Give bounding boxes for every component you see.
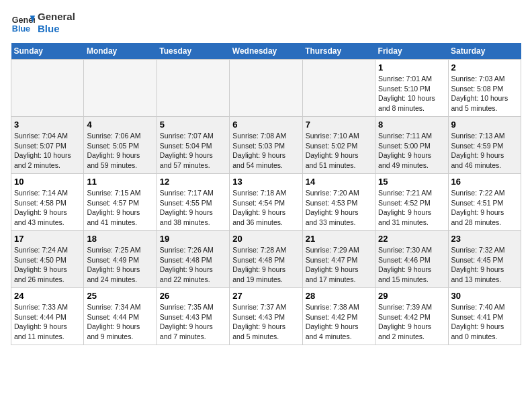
calendar-cell: [84, 60, 157, 117]
day-info: Sunrise: 7:11 AM Sunset: 5:00 PM Dayligh…: [378, 131, 445, 171]
day-info: Sunrise: 7:25 AM Sunset: 4:49 PM Dayligh…: [87, 245, 153, 285]
day-number: 2: [451, 62, 518, 73]
calendar-table: SundayMondayTuesdayWednesdayThursdayFrid…: [11, 43, 521, 345]
calendar-cell: 10Sunrise: 7:14 AM Sunset: 4:58 PM Dayli…: [11, 174, 84, 231]
day-info: Sunrise: 7:18 AM Sunset: 4:54 PM Dayligh…: [232, 188, 299, 228]
calendar-cell: 21Sunrise: 7:29 AM Sunset: 4:47 PM Dayli…: [302, 231, 375, 288]
calendar-cell: 4Sunrise: 7:06 AM Sunset: 5:05 PM Daylig…: [84, 117, 157, 174]
calendar-cell: 26Sunrise: 7:35 AM Sunset: 4:43 PM Dayli…: [157, 288, 229, 345]
day-info: Sunrise: 7:17 AM Sunset: 4:55 PM Dayligh…: [160, 188, 226, 228]
day-number: 6: [232, 120, 299, 130]
day-number: 13: [232, 177, 299, 187]
day-number: 20: [232, 234, 299, 244]
calendar-cell: 19Sunrise: 7:26 AM Sunset: 4:48 PM Dayli…: [157, 231, 229, 288]
calendar-cell: 5Sunrise: 7:07 AM Sunset: 5:04 PM Daylig…: [157, 117, 229, 174]
day-number: 11: [87, 177, 153, 187]
day-info: Sunrise: 7:14 AM Sunset: 4:58 PM Dayligh…: [14, 188, 81, 228]
calendar-cell: 7Sunrise: 7:10 AM Sunset: 5:02 PM Daylig…: [302, 117, 375, 174]
day-info: Sunrise: 7:04 AM Sunset: 5:07 PM Dayligh…: [14, 131, 81, 171]
day-info: Sunrise: 7:34 AM Sunset: 4:44 PM Dayligh…: [87, 302, 153, 342]
day-number: 27: [232, 291, 299, 301]
logo-general: General: [38, 11, 75, 23]
day-info: Sunrise: 7:40 AM Sunset: 4:41 PM Dayligh…: [451, 302, 518, 342]
weekday-header-wednesday: Wednesday: [230, 43, 302, 60]
day-info: Sunrise: 7:06 AM Sunset: 5:05 PM Dayligh…: [87, 131, 153, 171]
calendar-cell: 9Sunrise: 7:13 AM Sunset: 4:59 PM Daylig…: [448, 117, 521, 174]
day-number: 23: [451, 234, 518, 244]
calendar-cell: [302, 60, 375, 117]
calendar-cell: 6Sunrise: 7:08 AM Sunset: 5:03 PM Daylig…: [230, 117, 302, 174]
day-number: 18: [87, 234, 153, 244]
calendar-cell: 8Sunrise: 7:11 AM Sunset: 5:00 PM Daylig…: [375, 117, 448, 174]
day-number: 16: [451, 177, 518, 187]
day-number: 1: [378, 62, 445, 73]
weekday-header-sunday: Sunday: [11, 43, 84, 60]
day-info: Sunrise: 7:08 AM Sunset: 5:03 PM Dayligh…: [232, 131, 299, 171]
calendar-cell: 1Sunrise: 7:01 AM Sunset: 5:10 PM Daylig…: [375, 60, 448, 117]
calendar-cell: 23Sunrise: 7:32 AM Sunset: 4:45 PM Dayli…: [448, 231, 521, 288]
day-info: Sunrise: 7:29 AM Sunset: 4:47 PM Dayligh…: [306, 245, 372, 285]
day-info: Sunrise: 7:32 AM Sunset: 4:45 PM Dayligh…: [451, 245, 518, 285]
calendar-cell: 29Sunrise: 7:39 AM Sunset: 4:42 PM Dayli…: [375, 288, 448, 345]
day-info: Sunrise: 7:01 AM Sunset: 5:10 PM Dayligh…: [378, 74, 445, 113]
day-number: 19: [160, 234, 226, 244]
day-number: 28: [306, 291, 372, 301]
day-info: Sunrise: 7:24 AM Sunset: 4:50 PM Dayligh…: [14, 245, 81, 285]
weekday-header-monday: Monday: [84, 43, 157, 60]
day-number: 10: [14, 177, 81, 187]
day-number: 26: [160, 291, 226, 301]
header: General Blue General Blue: [11, 11, 521, 35]
logo-blue: Blue: [38, 23, 75, 35]
day-info: Sunrise: 7:10 AM Sunset: 5:02 PM Dayligh…: [306, 131, 372, 171]
day-number: 30: [451, 291, 518, 301]
weekday-header-friday: Friday: [375, 43, 448, 60]
day-info: Sunrise: 7:33 AM Sunset: 4:44 PM Dayligh…: [14, 302, 81, 342]
calendar-cell: 15Sunrise: 7:21 AM Sunset: 4:52 PM Dayli…: [375, 174, 448, 231]
calendar-cell: 12Sunrise: 7:17 AM Sunset: 4:55 PM Dayli…: [157, 174, 229, 231]
day-number: 21: [306, 234, 372, 244]
day-info: Sunrise: 7:39 AM Sunset: 4:42 PM Dayligh…: [378, 302, 445, 342]
calendar-cell: 16Sunrise: 7:22 AM Sunset: 4:51 PM Dayli…: [448, 174, 521, 231]
day-number: 17: [14, 234, 81, 244]
day-info: Sunrise: 7:07 AM Sunset: 5:04 PM Dayligh…: [160, 131, 226, 171]
day-info: Sunrise: 7:21 AM Sunset: 4:52 PM Dayligh…: [378, 188, 445, 228]
day-number: 7: [306, 120, 372, 130]
day-number: 4: [87, 120, 153, 130]
calendar-cell: [230, 60, 302, 117]
calendar-cell: 24Sunrise: 7:33 AM Sunset: 4:44 PM Dayli…: [11, 288, 84, 345]
svg-text:Blue: Blue: [12, 24, 30, 34]
day-info: Sunrise: 7:28 AM Sunset: 4:48 PM Dayligh…: [232, 245, 299, 285]
calendar-cell: 13Sunrise: 7:18 AM Sunset: 4:54 PM Dayli…: [230, 174, 302, 231]
calendar-cell: 25Sunrise: 7:34 AM Sunset: 4:44 PM Dayli…: [84, 288, 157, 345]
calendar-cell: [11, 60, 84, 117]
weekday-header-thursday: Thursday: [302, 43, 375, 60]
calendar-cell: 22Sunrise: 7:30 AM Sunset: 4:46 PM Dayli…: [375, 231, 448, 288]
day-number: 9: [451, 120, 518, 130]
calendar-cell: 2Sunrise: 7:03 AM Sunset: 5:08 PM Daylig…: [448, 60, 521, 117]
calendar-cell: 11Sunrise: 7:15 AM Sunset: 4:57 PM Dayli…: [84, 174, 157, 231]
day-info: Sunrise: 7:13 AM Sunset: 4:59 PM Dayligh…: [451, 131, 518, 171]
day-number: 29: [378, 291, 445, 301]
weekday-header-saturday: Saturday: [448, 43, 521, 60]
day-info: Sunrise: 7:30 AM Sunset: 4:46 PM Dayligh…: [378, 245, 445, 285]
day-number: 12: [160, 177, 226, 187]
day-number: 24: [14, 291, 81, 301]
day-number: 22: [378, 234, 445, 244]
day-info: Sunrise: 7:26 AM Sunset: 4:48 PM Dayligh…: [160, 245, 226, 285]
calendar-cell: [157, 60, 229, 117]
calendar-cell: 30Sunrise: 7:40 AM Sunset: 4:41 PM Dayli…: [448, 288, 521, 345]
calendar-cell: 18Sunrise: 7:25 AM Sunset: 4:49 PM Dayli…: [84, 231, 157, 288]
day-info: Sunrise: 7:38 AM Sunset: 4:42 PM Dayligh…: [306, 302, 372, 342]
day-number: 5: [160, 120, 226, 130]
day-number: 15: [378, 177, 445, 187]
day-number: 14: [306, 177, 372, 187]
day-number: 3: [14, 120, 81, 130]
day-number: 8: [378, 120, 445, 130]
day-number: 25: [87, 291, 153, 301]
calendar-cell: 27Sunrise: 7:37 AM Sunset: 4:43 PM Dayli…: [230, 288, 302, 345]
day-info: Sunrise: 7:35 AM Sunset: 4:43 PM Dayligh…: [160, 302, 226, 342]
day-info: Sunrise: 7:03 AM Sunset: 5:08 PM Dayligh…: [451, 74, 518, 113]
calendar-cell: 20Sunrise: 7:28 AM Sunset: 4:48 PM Dayli…: [230, 231, 302, 288]
weekday-header-tuesday: Tuesday: [157, 43, 229, 60]
logo: General Blue General Blue: [11, 11, 75, 35]
